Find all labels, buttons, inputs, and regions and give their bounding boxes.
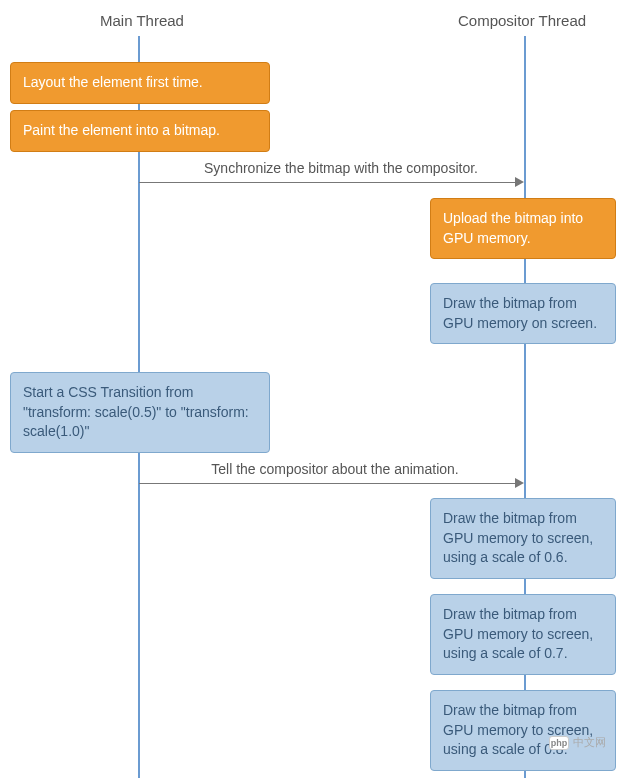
arrow-line-tell-animation [139, 483, 515, 484]
watermark-text: 中文网 [573, 735, 606, 750]
step-paint-into-bitmap: Paint the element into a bitmap. [10, 110, 270, 152]
step-upload-gpu-memory: Upload the bitmap into GPU memory. [430, 198, 616, 259]
step-draw-scale-0-7: Draw the bitmap from GPU memory to scree… [430, 594, 616, 675]
compositor-thread-header: Compositor Thread [458, 12, 586, 29]
php-icon: php [549, 736, 569, 750]
arrow-head-tell-animation [515, 478, 524, 488]
step-draw-scale-0-6: Draw the bitmap from GPU memory to scree… [430, 498, 616, 579]
step-draw-scale-0-8: Draw the bitmap from GPU memory to scree… [430, 690, 616, 771]
step-draw-gpu-on-screen: Draw the bitmap from GPU memory on scree… [430, 283, 616, 344]
step-start-css-transition: Start a CSS Transition from "transform: … [10, 372, 270, 453]
step-layout-first-time: Layout the element first time. [10, 62, 270, 104]
watermark: php 中文网 [549, 735, 606, 750]
arrow-label-sync-bitmap: Synchronize the bitmap with the composit… [176, 160, 506, 176]
main-thread-header: Main Thread [100, 12, 184, 29]
arrow-head-sync-bitmap [515, 177, 524, 187]
arrow-line-sync-bitmap [139, 182, 515, 183]
arrow-label-tell-animation: Tell the compositor about the animation. [190, 461, 480, 477]
sequence-diagram: Main Thread Compositor Thread Layout the… [0, 0, 624, 778]
